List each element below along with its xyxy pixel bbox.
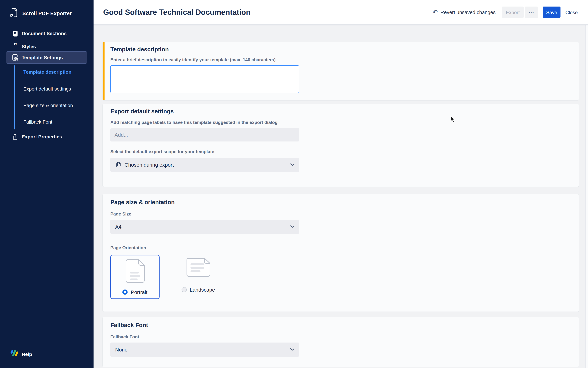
orientation-option-portrait[interactable]: Portrait bbox=[110, 255, 159, 299]
pages-copy-icon bbox=[115, 162, 121, 168]
orientation-options: Portrait Lan bbox=[110, 255, 579, 299]
sidebar-item-export-properties[interactable]: Export Properties bbox=[0, 133, 94, 141]
sidebar-subitem-export-default-settings[interactable]: Export default settings bbox=[23, 85, 71, 92]
k15t-help-icon bbox=[10, 350, 19, 359]
section-fallback-font: Fallback Font Fallback Font None bbox=[103, 317, 579, 367]
sidebar-item-label: Template Settings bbox=[22, 55, 63, 60]
chevron-down-icon bbox=[290, 348, 294, 351]
fallback-font-value: None bbox=[115, 347, 128, 352]
page-size-select[interactable]: A4 bbox=[110, 220, 299, 234]
sidebar: Scroll PDF Exporter Document Sections ” … bbox=[0, 0, 94, 368]
undo-icon: ↶ bbox=[433, 9, 438, 15]
page-orientation-label: Page Orientation bbox=[110, 245, 579, 251]
template-settings-icon bbox=[12, 54, 18, 61]
section-title: Page size & orientation bbox=[110, 199, 579, 206]
sidebar-subitem-page-size-orientation[interactable]: Page size & orientation bbox=[23, 102, 73, 109]
landscape-radio-row: Landscape bbox=[182, 287, 215, 293]
orientation-option-landscape[interactable]: Landscape bbox=[174, 255, 223, 299]
header: Good Software Technical Documentation ↶ … bbox=[94, 0, 588, 25]
sidebar-subitem-fallback-font[interactable]: Fallback Font bbox=[23, 119, 52, 125]
sidebar-item-label: Document Sections bbox=[22, 31, 67, 36]
export-scope-select[interactable]: Chosen during export bbox=[110, 158, 299, 172]
document-sections-icon bbox=[12, 30, 18, 37]
section-template-description: Template description Enter a brief descr… bbox=[103, 42, 579, 100]
section-title: Fallback Font bbox=[110, 322, 579, 329]
main-content: Template description Enter a brief descr… bbox=[94, 25, 588, 368]
active-section-accent-bar bbox=[103, 42, 104, 100]
pdf-file-icon bbox=[10, 8, 18, 19]
export-scope-hint: Select the default export scope for your… bbox=[110, 149, 579, 155]
save-button[interactable]: Save bbox=[543, 7, 561, 18]
more-options-button[interactable]: ••• bbox=[525, 7, 538, 18]
revert-unsaved-changes-button[interactable]: ↶ Revert unsaved changes bbox=[433, 9, 495, 15]
template-description-hint: Enter a brief description to easily iden… bbox=[110, 57, 579, 63]
fallback-font-select[interactable]: None bbox=[110, 342, 299, 357]
export-button[interactable]: Export bbox=[502, 7, 524, 18]
sidebar-item-document-sections[interactable]: Document Sections bbox=[0, 29, 94, 37]
help-label: Help bbox=[22, 351, 32, 357]
sidebar-item-label: Styles bbox=[22, 44, 36, 49]
section-title: Export default settings bbox=[110, 108, 579, 115]
quote-styles-icon: ” bbox=[12, 44, 18, 49]
portrait-label: Portrait bbox=[131, 289, 148, 295]
mouse-cursor bbox=[450, 116, 455, 124]
export-scope-value: Chosen during export bbox=[124, 162, 174, 168]
page-size-label: Page Size bbox=[110, 211, 579, 217]
sidebar-subitem-template-description[interactable]: Template description bbox=[23, 68, 71, 75]
page-labels-hint: Add matching page labels to have this te… bbox=[110, 120, 579, 125]
export-share-icon bbox=[12, 134, 18, 140]
subnav-tree-line bbox=[14, 65, 15, 129]
page-labels-input[interactable] bbox=[110, 128, 299, 141]
template-description-textarea[interactable] bbox=[110, 65, 299, 93]
landscape-label: Landscape bbox=[190, 287, 215, 293]
page-size-value: A4 bbox=[115, 224, 122, 230]
app-name: Scroll PDF Exporter bbox=[22, 10, 72, 16]
sidebar-item-label: Export Properties bbox=[22, 134, 62, 139]
header-actions: ↶ Revert unsaved changes Export ••• Save… bbox=[433, 7, 578, 18]
portrait-radio-row: Portrait bbox=[123, 289, 148, 295]
app-logo-row: Scroll PDF Exporter bbox=[10, 8, 72, 19]
chevron-down-icon bbox=[290, 225, 294, 228]
landscape-radio-unselected[interactable] bbox=[182, 287, 187, 292]
portrait-page-icon bbox=[125, 259, 145, 284]
sidebar-item-styles[interactable]: ” Styles bbox=[0, 42, 94, 51]
fallback-font-label: Fallback Font bbox=[110, 334, 579, 340]
section-export-default-settings: Export default settings Add matching pag… bbox=[103, 104, 579, 187]
landscape-page-icon bbox=[186, 258, 210, 278]
portrait-radio-selected[interactable] bbox=[123, 290, 128, 295]
close-button[interactable]: Close bbox=[565, 7, 578, 18]
page-title: Good Software Technical Documentation bbox=[103, 8, 251, 17]
app-window: Scroll PDF Exporter Document Sections ” … bbox=[0, 0, 588, 368]
sidebar-item-template-settings[interactable]: Template Settings bbox=[6, 51, 87, 64]
section-page-size-orientation: Page size & orientation Page Size A4 Pag… bbox=[103, 194, 579, 312]
chevron-down-icon bbox=[290, 164, 294, 166]
help-button[interactable]: Help bbox=[10, 350, 32, 359]
section-title: Template description bbox=[110, 46, 579, 53]
vertical-scrollbar[interactable] bbox=[585, 25, 588, 368]
